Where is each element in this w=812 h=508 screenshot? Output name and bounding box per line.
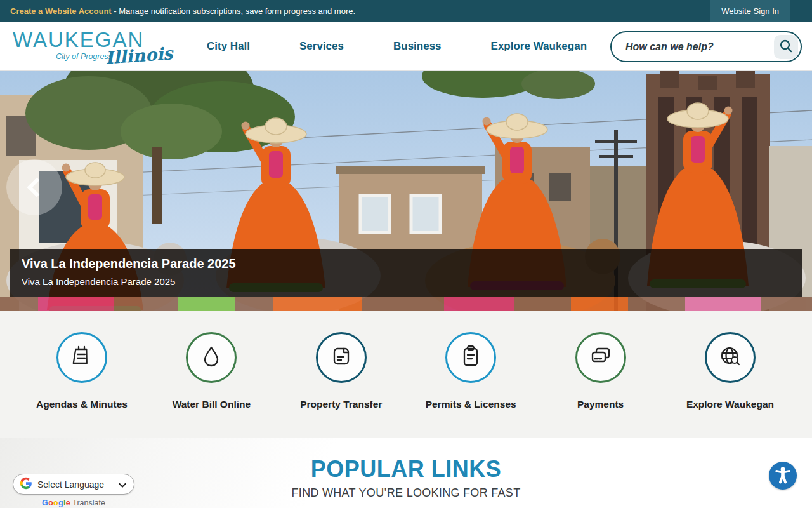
logo-illinois-script: Illinois [105, 43, 173, 67]
hero-caption-subtitle: Viva La Independencia Parade 2025 [22, 276, 802, 287]
nav-services[interactable]: Services [299, 40, 344, 53]
quicklink-label: Water Bill Online [173, 399, 251, 410]
quicklink-circle [575, 332, 626, 383]
quicklink-property-transfer[interactable]: Property Transfer [287, 332, 395, 410]
hero-caption-title[interactable]: Viva La Independencia Parade 2025 [22, 257, 802, 271]
accessibility-icon [773, 465, 792, 486]
logo-tagline: City of Progress [56, 52, 112, 61]
account-promo: Create a Website Account - Manage notifi… [0, 6, 355, 16]
search-icon [778, 38, 794, 55]
google-translate-widget: Select Language Google Translate [13, 474, 134, 507]
google-translate-branding: Google Translate [13, 498, 134, 507]
quicklink-label: Payments [577, 399, 624, 410]
accessibility-widget-button[interactable] [769, 462, 797, 490]
credit-card-icon [587, 343, 614, 372]
site-header: WAUKEGAN City of Progress Illinois City … [0, 22, 812, 71]
chevron-left-icon [27, 177, 46, 197]
globe-search-icon [717, 343, 743, 372]
google-g-icon [20, 477, 32, 492]
create-account-link[interactable]: Create a Website Account [10, 6, 112, 16]
quicklink-water-bill[interactable]: Water Bill Online [157, 332, 265, 410]
search-input[interactable] [625, 41, 774, 53]
quicklink-label: Explore Waukegan [686, 399, 774, 410]
website-signin-button[interactable]: Website Sign In [710, 0, 790, 22]
quicklink-label: Property Transfer [300, 399, 382, 410]
quicklink-label: Agendas & Minutes [36, 399, 128, 410]
language-select[interactable]: Select Language [13, 474, 134, 495]
quicklink-circle [705, 332, 756, 383]
quicklink-label: Permits & Licenses [426, 399, 516, 410]
top-utility-bar: Create a Website Account - Manage notifi… [0, 0, 812, 22]
quicklink-circle [316, 332, 367, 383]
quicklink-circle [445, 332, 496, 383]
quicklink-payments[interactable]: Payments [547, 332, 655, 410]
hero-carousel: Viva La Independencia Parade 2025 Viva L… [0, 71, 812, 311]
quicklinks-section: Agendas & Minutes Water Bill Online Prop… [0, 311, 812, 438]
quicklink-explore-waukegan[interactable]: Explore Waukegan [676, 332, 784, 410]
chevron-down-icon [119, 479, 126, 490]
google-logo-text: Google [42, 498, 70, 507]
language-select-value: Select Language [37, 479, 119, 490]
clipboard-icon [457, 343, 484, 372]
quicklink-agendas-minutes[interactable]: Agendas & Minutes [28, 332, 136, 410]
carousel-prev-button[interactable] [6, 159, 62, 215]
promo-text: - Manage notification subscriptions, sav… [112, 6, 355, 16]
notepad-icon [69, 343, 95, 372]
quicklink-circle [186, 332, 237, 383]
site-search [610, 31, 802, 62]
main-nav: City Hall Services Business Explore Wauk… [207, 40, 587, 53]
nav-explore-waukegan[interactable]: Explore Waukegan [491, 40, 587, 53]
waukegan-logo[interactable]: WAUKEGAN City of Progress Illinois [13, 24, 171, 69]
document-icon [328, 343, 355, 372]
quicklink-permits-licenses[interactable]: Permits & Licenses [417, 332, 525, 410]
search-button[interactable] [774, 35, 798, 59]
hero-caption: Viva La Independencia Parade 2025 Viva L… [10, 249, 802, 297]
quicklink-circle [56, 332, 107, 383]
translate-text: Translate [70, 498, 105, 507]
nav-business[interactable]: Business [393, 40, 442, 53]
water-drop-icon [198, 343, 225, 372]
nav-city-hall[interactable]: City Hall [207, 40, 250, 53]
popular-links-section: POPULAR LINKS FIND WHAT YOU’RE LOOKING F… [0, 438, 812, 508]
